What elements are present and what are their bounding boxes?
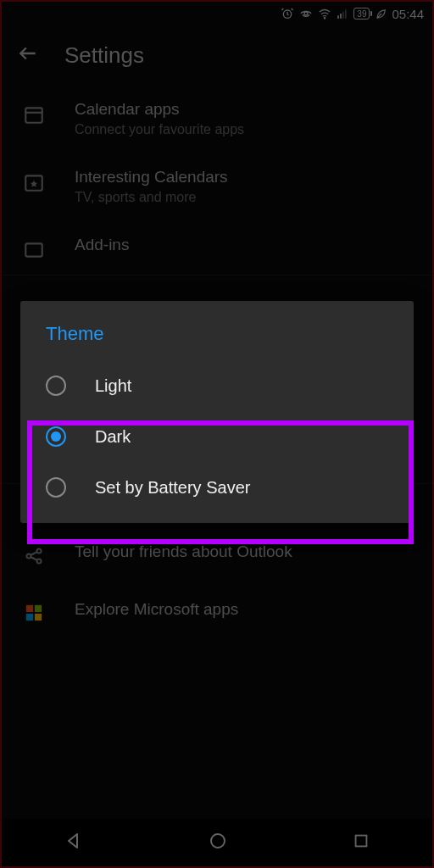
- dialog-title: Theme: [20, 301, 414, 360]
- option-label: Light: [95, 376, 131, 396]
- radio-icon: [46, 376, 66, 396]
- option-label: Set by Battery Saver: [95, 478, 250, 498]
- option-label: Dark: [95, 427, 131, 447]
- option-light[interactable]: Light: [20, 360, 414, 411]
- option-dark[interactable]: Dark: [20, 411, 414, 462]
- option-battery-saver[interactable]: Set by Battery Saver: [20, 462, 414, 513]
- radio-icon: [46, 477, 66, 498]
- radio-icon: [46, 426, 66, 447]
- theme-dialog: Theme Light Dark Set by Battery Saver: [20, 301, 414, 523]
